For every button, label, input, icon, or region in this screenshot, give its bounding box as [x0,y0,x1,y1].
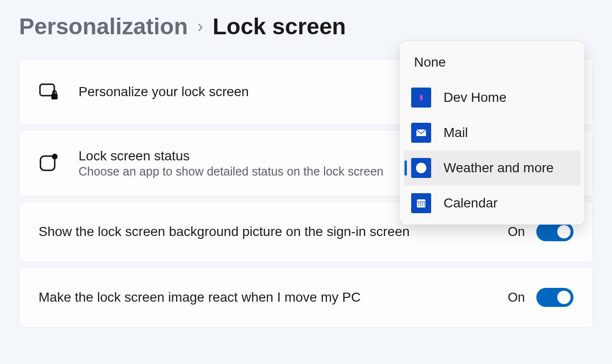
calendar-icon [411,193,431,213]
svg-rect-10 [420,203,421,204]
toggle-state-label: On [508,290,525,305]
chevron-right-icon: › [197,17,203,37]
svg-rect-11 [422,203,423,204]
dropdown-label: Dev Home [444,90,506,105]
mail-icon [411,123,431,143]
breadcrumb-current: Lock screen [213,13,346,39]
dropdown-item-mail[interactable]: Mail [404,115,581,150]
row-subtitle: Choose an app to show detailed status on… [79,165,384,178]
svg-rect-13 [418,205,419,206]
svg-rect-12 [424,203,425,204]
dropdown-label: Calendar [444,196,498,211]
svg-point-5 [416,163,426,173]
toggle-react-move[interactable] [536,288,573,307]
breadcrumb-parent[interactable]: Personalization [19,13,188,39]
dropdown-item-devhome[interactable]: Dev Home [404,80,581,115]
row-title: Show the lock screen background picture … [39,224,410,239]
row-title: Lock screen status [79,148,384,164]
svg-rect-14 [420,205,421,206]
monitor-lock-icon [39,81,59,102]
svg-rect-9 [418,203,419,204]
svg-rect-16 [424,205,425,206]
dropdown-item-weather[interactable]: Weather and more [404,150,581,186]
status-app-dropdown: None Dev Home Mail Weather and more [400,41,584,225]
dropdown-label: Mail [444,125,468,140]
toggle-state-label: On [508,225,525,239]
app-badge-icon [39,153,59,174]
svg-rect-1 [51,94,58,99]
dropdown-item-calendar[interactable]: Calendar [404,186,581,221]
svg-point-3 [52,154,58,159]
row-react-move-pc: Make the lock screen image react when I … [19,267,593,328]
row-title: Make the lock screen image react when I … [39,290,361,305]
dropdown-label: Weather and more [444,160,553,176]
weather-icon [411,158,431,178]
row-title: Personalize your lock screen [79,84,249,99]
toggle-show-background[interactable] [536,222,573,241]
dropdown-item-none[interactable]: None [404,45,581,80]
svg-rect-15 [422,205,423,206]
dropdown-label: None [414,55,446,70]
devhome-icon [411,88,431,108]
